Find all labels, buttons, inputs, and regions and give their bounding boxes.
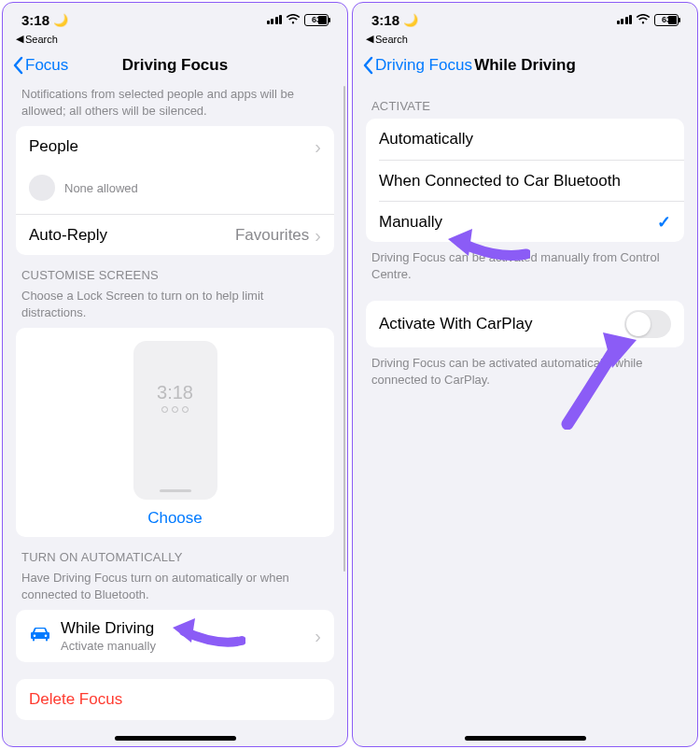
nav-title: Driving Focus (122, 56, 228, 75)
status-time: 3:18 (371, 12, 399, 28)
activate-header: ACTIVATE (353, 86, 697, 119)
activate-footer: Driving Focus can be activated manually … (353, 242, 697, 290)
activate-card: Automatically When Connected to Car Blue… (366, 119, 684, 242)
people-none-label: None allowed (64, 181, 138, 195)
while-driving-card: While Driving Activate manually › (16, 610, 334, 662)
chevron-left-icon: ◀ (366, 33, 373, 45)
intro-desc: Notifications from selected people and a… (3, 86, 347, 126)
back-to-search[interactable]: ◀ Search (353, 31, 697, 45)
chevron-left-icon (12, 56, 23, 75)
battery-icon: 63 (654, 14, 679, 26)
lock-screen-card: 3:18 Choose (16, 328, 334, 537)
people-label: People (29, 137, 78, 156)
nav-title: While Driving (474, 56, 576, 75)
while-driving-label: While Driving (61, 619, 315, 638)
auto-reply-value: Favourites (235, 226, 309, 245)
carplay-toggle[interactable] (624, 310, 671, 338)
scroll-indicator (343, 86, 346, 572)
cellular-icon (267, 15, 283, 24)
while-driving-sub: Activate manually (61, 639, 315, 653)
status-bar: 3:18 🌙 63 (3, 3, 347, 31)
focus-moon-icon: 🌙 (403, 13, 418, 27)
phone-right: 3:18 🌙 63 ◀ Search Driving Focus While D… (352, 2, 698, 747)
chevron-right-icon: › (315, 226, 321, 245)
mock-dots-icon (161, 406, 189, 413)
mock-home-indicator-icon (160, 489, 191, 493)
allowed-card: People › None allowed Auto-Reply Favouri… (16, 126, 334, 255)
auto-desc: Have Driving Focus turn on automatically… (3, 570, 347, 610)
mock-time: 3:18 (157, 382, 193, 403)
carplay-row[interactable]: Activate With CarPlay (366, 301, 684, 347)
phone-left: 3:18 🌙 63 ◀ Search Focus Driving Focus N… (2, 2, 348, 747)
home-indicator-icon (115, 736, 236, 741)
avatar-placeholder-icon (29, 175, 55, 201)
people-none-row: None allowed (16, 167, 334, 214)
nav-back-button[interactable]: Focus (12, 56, 68, 75)
nav-bar: Driving Focus While Driving (353, 45, 697, 86)
carplay-footer: Driving Focus can be activated automatic… (353, 347, 697, 395)
cellular-icon (617, 15, 633, 24)
auto-header: TURN ON AUTOMATICALLY (3, 537, 347, 570)
status-bar: 3:18 🌙 63 (353, 3, 697, 31)
delete-focus-button[interactable]: Delete Focus (16, 679, 334, 720)
chevron-right-icon: › (315, 627, 321, 645)
customise-desc: Choose a Lock Screen to turn on to help … (3, 288, 347, 328)
option-manually[interactable]: Manually ✓ (379, 201, 684, 242)
auto-reply-row[interactable]: Auto-Reply Favourites › (16, 214, 334, 255)
home-indicator-icon (465, 736, 586, 741)
auto-reply-label: Auto-Reply (29, 226, 107, 245)
while-driving-row[interactable]: While Driving Activate manually › (16, 610, 334, 662)
checkmark-icon: ✓ (657, 212, 671, 233)
status-time: 3:18 (21, 12, 49, 28)
left-content: Notifications from selected people and a… (3, 86, 347, 746)
chevron-left-icon (362, 56, 373, 75)
option-car-bluetooth[interactable]: When Connected to Car Bluetooth (379, 160, 684, 201)
option-automatically[interactable]: Automatically (366, 119, 684, 160)
lock-screen-preview[interactable]: 3:18 (133, 341, 217, 500)
right-content: ACTIVATE Automatically When Connected to… (353, 86, 697, 746)
nav-back-button[interactable]: Driving Focus (362, 56, 472, 75)
back-to-search[interactable]: ◀ Search (3, 31, 347, 45)
car-icon (29, 626, 51, 646)
chevron-left-icon: ◀ (16, 33, 23, 45)
chevron-right-icon: › (315, 137, 321, 156)
focus-moon-icon: 🌙 (53, 13, 68, 27)
carplay-card: Activate With CarPlay (366, 301, 684, 347)
wifi-icon (636, 12, 651, 28)
customise-header: CUSTOMISE SCREENS (3, 255, 347, 288)
wifi-icon (286, 12, 301, 28)
toggle-knob-icon (626, 312, 651, 336)
nav-bar: Focus Driving Focus (3, 45, 347, 86)
battery-icon: 63 (304, 14, 329, 26)
people-row[interactable]: People › (16, 126, 334, 167)
choose-button[interactable]: Choose (147, 509, 203, 528)
